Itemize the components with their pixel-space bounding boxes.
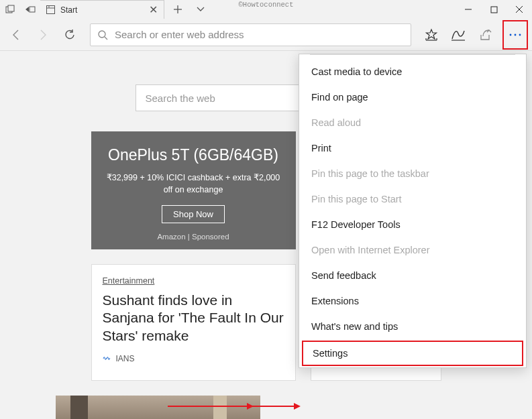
tab-close-button[interactable]: ✕: [148, 3, 158, 16]
refresh-button[interactable]: [58, 23, 82, 47]
menu-open-ie: Open with Internet Explorer: [299, 237, 526, 263]
menu-settings[interactable]: Settings: [302, 341, 523, 366]
tab-title: Start: [60, 5, 148, 15]
favorites-button[interactable]: [419, 23, 443, 47]
watermark-text: ©Howtoconnect: [239, 1, 294, 9]
menu-whats-new[interactable]: What's new and tips: [299, 314, 526, 339]
minimize-button[interactable]: [456, 0, 481, 19]
more-options-button[interactable]: [502, 20, 528, 50]
back-button[interactable]: [4, 23, 28, 47]
tab-favicon-icon: [46, 5, 55, 15]
ad-card[interactable]: OnePlus 5T (6GB/64GB) ₹32,999 + 10% ICIC…: [91, 131, 296, 249]
menu-extensions[interactable]: Extensions: [299, 288, 526, 314]
menu-find-on-page[interactable]: Find on page: [299, 84, 526, 110]
svg-line-13: [105, 37, 107, 40]
forward-button[interactable]: [31, 23, 55, 47]
toolbar: [0, 19, 532, 51]
address-input[interactable]: [115, 29, 404, 40]
svg-point-12: [99, 31, 105, 38]
more-options-menu: Cast media to device Find on page Read a…: [299, 54, 527, 368]
tab-actions: [164, 0, 210, 19]
svg-point-20: [519, 34, 521, 36]
titlebar: Start ✕ ©Howtoconnect: [0, 0, 532, 19]
news-source: ∿∿ IANS: [103, 354, 284, 363]
new-tab-button[interactable]: [168, 0, 187, 19]
ad-subtitle: ₹32,999 + 10% ICICI cashback + extra ₹2,…: [105, 172, 282, 196]
annotation-arrow-horizontal-2: [208, 406, 248, 407]
news-category: Entertainment: [103, 276, 155, 286]
close-window-button[interactable]: [507, 0, 532, 19]
tab-preview-controls: [0, 0, 40, 19]
news-source-icon: ∿∿: [103, 355, 109, 361]
news-source-label: IANS: [116, 354, 135, 363]
browser-tab[interactable]: Start ✕: [40, 0, 164, 19]
menu-pin-taskbar: Pin this page to the taskbar: [299, 161, 526, 186]
maximize-button[interactable]: [481, 0, 507, 19]
menu-read-aloud: Read aloud: [299, 110, 526, 135]
menu-separator: [310, 54, 515, 55]
svg-rect-3: [46, 6, 54, 14]
address-bar[interactable]: [90, 23, 411, 46]
search-icon: [97, 29, 108, 40]
window-controls: [456, 0, 532, 19]
menu-dev-tools[interactable]: F12 Developer Tools: [299, 212, 526, 237]
menu-send-feedback[interactable]: Send feedback: [299, 263, 526, 288]
menu-cast-media[interactable]: Cast media to device: [299, 59, 526, 84]
notes-button[interactable]: [446, 23, 470, 47]
svg-point-18: [510, 34, 512, 36]
news-card[interactable]: Entertainment Sushant finds love in Sanj…: [91, 264, 296, 381]
show-tabs-aside-button[interactable]: [20, 0, 40, 19]
svg-rect-9: [491, 7, 497, 13]
svg-rect-2: [30, 7, 35, 12]
set-tabs-aside-button[interactable]: [0, 0, 20, 19]
ad-title: OnePlus 5T (6GB/64GB): [105, 146, 282, 164]
tab-dropdown-button[interactable]: [191, 0, 210, 19]
svg-point-19: [515, 34, 517, 36]
ad-shop-button[interactable]: Shop Now: [162, 205, 225, 223]
ad-footer: Amazon | Sponsored: [105, 233, 282, 241]
menu-pin-start: Pin this page to Start: [299, 186, 526, 212]
share-button[interactable]: [473, 23, 497, 47]
menu-print[interactable]: Print: [299, 135, 526, 161]
feed-image-card[interactable]: [56, 396, 260, 419]
svg-rect-1: [8, 5, 14, 11]
news-title: Sushant finds love in Sanjana for 'The F…: [103, 292, 284, 345]
